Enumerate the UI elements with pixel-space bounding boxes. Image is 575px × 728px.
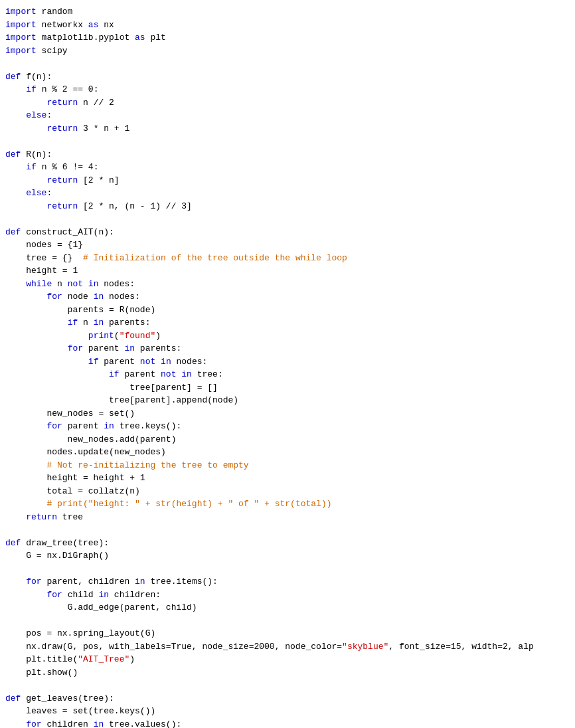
- code-token-kw: import: [5, 7, 37, 17]
- code-token: (: [114, 331, 120, 341]
- code-token: [5, 357, 88, 367]
- code-token-kw: def: [5, 149, 21, 159]
- code-line: [0, 57, 575, 70]
- code-token-kw: for: [46, 590, 62, 600]
- code-token: draw_tree(tree):: [21, 538, 109, 548]
- code-token-kw: for: [46, 292, 62, 302]
- code-token: f(n):: [21, 72, 52, 82]
- code-line: for parent in parents:: [0, 342, 575, 355]
- code-line: import networkx as nx: [0, 19, 575, 32]
- code-token-kw: if: [109, 369, 120, 379]
- code-line: import matplotlib.pyplot as plt: [0, 31, 575, 45]
- code-token: [2 * n]: [78, 175, 119, 185]
- code-token-kw: in: [98, 590, 109, 600]
- code-token: n % 2 == 0:: [37, 84, 99, 94]
- code-token-kw: if: [88, 357, 99, 367]
- code-line: G = nx.DiGraph(): [0, 549, 575, 563]
- code-token-kw: in: [88, 279, 99, 289]
- code-token: [5, 162, 26, 172]
- code-token-kw: for: [68, 343, 83, 353]
- code-token-kw: in: [181, 369, 192, 379]
- code-token-builtin: print: [88, 331, 114, 341]
- code-token: tree:: [192, 369, 223, 379]
- code-token-kw: def: [5, 538, 21, 548]
- code-line: height = height + 1: [0, 472, 575, 485]
- code-token: random: [37, 7, 73, 17]
- code-token: tree.values():: [104, 719, 181, 729]
- code-token-kw: not: [140, 357, 155, 367]
- code-token: [5, 331, 88, 341]
- code-token-kw: in: [94, 719, 104, 729]
- code-line: import scipy: [0, 45, 575, 58]
- code-token: [5, 279, 26, 289]
- code-token-comment: # Not re-initializing the tree to empty: [46, 460, 248, 470]
- code-token-kw: import: [5, 20, 37, 30]
- code-token: parents:: [135, 343, 181, 353]
- code-token-kw: def: [5, 227, 21, 237]
- code-token: parent: [83, 343, 124, 353]
- code-token: [5, 421, 46, 431]
- code-token: nodes:: [98, 279, 135, 289]
- code-line: def construct_AIT(n):: [0, 226, 575, 239]
- code-token: :: [46, 188, 52, 198]
- code-token-kw: else: [26, 188, 46, 198]
- code-token-kw: while: [26, 279, 52, 289]
- code-token: nodes.update(new_nodes): [5, 447, 166, 457]
- code-token: [5, 577, 26, 587]
- code-token: [2 * n, (n - 1) // 3]: [78, 201, 192, 211]
- code-token-kw: in: [94, 292, 104, 302]
- code-token-kw: for: [26, 577, 41, 587]
- code-token: nx: [98, 20, 114, 30]
- code-line: def R(n):: [0, 148, 575, 161]
- code-token: plt.show(): [5, 668, 78, 678]
- code-line: pos = nx.spring_layout(G): [0, 627, 575, 640]
- code-token-kw: import: [5, 46, 37, 56]
- code-token-kw: in: [135, 577, 145, 587]
- code-token: nodes = {1}: [5, 240, 83, 250]
- code-token-kw: if: [68, 318, 78, 327]
- code-token: parents = R(node): [5, 305, 155, 315]
- code-token-kw: if: [26, 162, 37, 172]
- code-line: tree = {} # Initialization of the tree o…: [0, 252, 575, 265]
- code-line: for child in children:: [0, 589, 575, 602]
- code-line: plt.title("AIT_Tree"): [0, 653, 575, 666]
- code-token: scipy: [37, 46, 68, 56]
- code-token: [5, 512, 26, 522]
- code-line: if parent not in tree:: [0, 368, 575, 381]
- code-token: n % 6 != 4:: [37, 162, 99, 172]
- code-token-kw: return: [46, 124, 78, 134]
- code-token-kw: else: [26, 110, 46, 120]
- code-token: plt.title(: [5, 654, 78, 664]
- code-line: def draw_tree(tree):: [0, 537, 575, 550]
- code-token: [5, 719, 26, 729]
- code-line: [0, 563, 575, 576]
- code-token: child: [62, 590, 99, 600]
- code-token-str: "found": [120, 331, 156, 341]
- code-token: children:: [109, 590, 161, 600]
- code-line: leaves = set(tree.keys()): [0, 705, 575, 718]
- code-line: parents = R(node): [0, 304, 575, 317]
- code-line: print("found"): [0, 329, 575, 343]
- code-line: return n // 2: [0, 96, 575, 110]
- code-token: [155, 357, 161, 367]
- code-token-kw: in: [104, 421, 114, 431]
- code-token: :: [46, 110, 52, 120]
- code-token: ): [129, 654, 135, 664]
- code-line: nodes.update(new_nodes): [0, 446, 575, 459]
- code-token: [5, 590, 46, 600]
- code-token: [5, 499, 46, 509]
- code-line: new_nodes.add(parent): [0, 433, 575, 446]
- code-token: construct_AIT(n):: [21, 227, 114, 237]
- code-token: height = height + 1: [5, 473, 145, 483]
- code-token: leaves = set(tree.keys()): [5, 706, 155, 716]
- code-token: n: [78, 318, 93, 327]
- code-token: tree.keys():: [114, 421, 181, 431]
- code-line: if n in parents:: [0, 316, 575, 329]
- code-token: nx.draw(G, pos, with_labels=True, node_s…: [5, 642, 342, 652]
- code-line: [0, 213, 575, 226]
- code-token: 3 * n + 1: [78, 124, 129, 134]
- code-line: else:: [0, 109, 575, 122]
- code-token: ): [155, 331, 161, 341]
- code-token-kw: in: [161, 357, 171, 367]
- code-token-kw: in: [124, 343, 135, 353]
